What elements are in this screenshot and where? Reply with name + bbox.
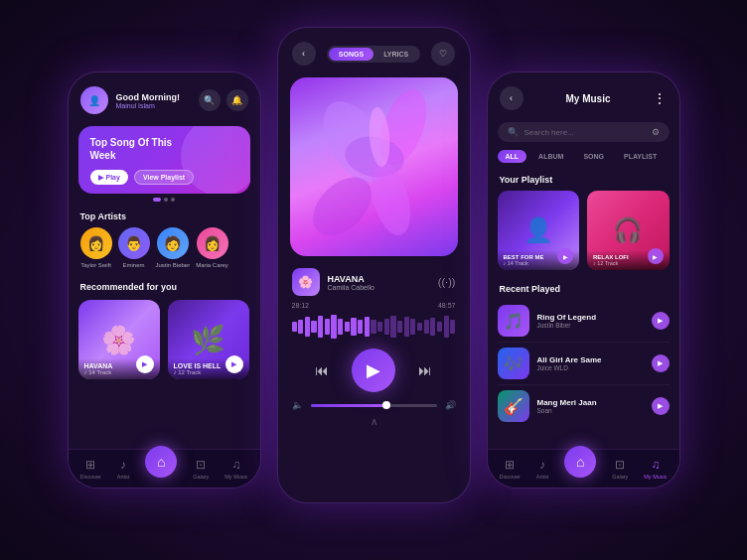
wave-bar bbox=[430, 318, 435, 336]
song-thumbnail: 🌸 bbox=[292, 268, 320, 296]
right-gallery-icon: ⊡ bbox=[615, 458, 625, 472]
forward-button[interactable]: ⏭ bbox=[411, 356, 439, 384]
dot-1 bbox=[153, 198, 161, 202]
recommended-title: Recommended for you bbox=[69, 276, 260, 296]
tab-pills: SONGS LYRICS bbox=[327, 46, 420, 63]
right-artist-label: Artist bbox=[536, 474, 549, 480]
nav-gallery[interactable]: ⊡ Galary bbox=[193, 458, 209, 480]
nav-discover[interactable]: ⊞ Discover bbox=[79, 458, 100, 480]
recent-item-3: 🎸 Mang Meri Jaan Soan ▶ bbox=[498, 385, 670, 427]
recent-song-1: Ring Of Legend bbox=[537, 313, 644, 322]
wave-bar bbox=[365, 317, 370, 337]
right-discover-label: Discover bbox=[499, 474, 520, 480]
album-art-inner bbox=[290, 77, 458, 256]
playlist-play-1[interactable]: ▶ bbox=[557, 248, 573, 264]
filter-tabs: ALL ALBUM SONG PLAYLIST bbox=[488, 146, 679, 169]
wave-bar bbox=[417, 323, 422, 331]
artist-img-1: 👩 bbox=[80, 227, 112, 259]
back-button[interactable]: ‹ bbox=[292, 42, 316, 66]
recent-item-2: 🎶 All Girl Are Same Juice WLD ▶ bbox=[498, 343, 670, 385]
recent-artist-1: Justin Biber bbox=[537, 322, 644, 329]
nav-right-discover[interactable]: ⊞ Discover bbox=[499, 458, 520, 480]
play-icon: ▶ bbox=[98, 174, 103, 182]
volume-thumb bbox=[382, 401, 390, 409]
artist-item[interactable]: 👩 Taylor Swift bbox=[80, 227, 112, 268]
right-back-button[interactable]: ‹ bbox=[500, 86, 523, 110]
rec-card-2[interactable]: 🌿 LOVE IS HELL ♪ 12 Track ▶ bbox=[168, 300, 249, 379]
artist-item[interactable]: 🧑 Justin Bieber bbox=[156, 227, 191, 268]
nav-right-artist[interactable]: ♪ Artist bbox=[536, 458, 549, 480]
rewind-button[interactable]: ⏮ bbox=[308, 356, 336, 384]
wave-bar bbox=[377, 322, 382, 332]
bell-button[interactable]: 🔔 bbox=[226, 89, 248, 111]
rec-play-btn-1[interactable]: ▶ bbox=[136, 355, 154, 373]
artist-item[interactable]: 👩 Maria Carey bbox=[196, 227, 228, 268]
nav-right-home-button[interactable]: ⌂ bbox=[564, 446, 596, 478]
playlist-art-1: 👤 bbox=[523, 216, 553, 244]
recent-list: 🎵 Ring Of Legend Justin Biber ▶ 🎶 All Gi… bbox=[488, 298, 679, 429]
right-mymusic-icon: ♫ bbox=[651, 458, 660, 472]
phone-center: ‹ SONGS LYRICS ♡ bbox=[277, 27, 471, 503]
recent-played-title: Recent Played bbox=[488, 278, 679, 298]
heart-button[interactable]: ♡ bbox=[431, 42, 455, 66]
play-label: Play bbox=[106, 174, 120, 181]
recent-art-2: 🎶 bbox=[498, 348, 529, 379]
playlist-play-2[interactable]: ▶ bbox=[648, 248, 664, 264]
recent-play-btn-1[interactable]: ▶ bbox=[652, 312, 670, 330]
bottom-nav-left: ⊞ Discover ♪ Artist ⌂ ⊡ Galary ♫ My Musi… bbox=[69, 449, 260, 488]
volume-low-icon: 🔈 bbox=[292, 400, 303, 410]
song-info-row: 🌸 HAVANA Camila Cabello ((·)) bbox=[278, 260, 470, 300]
nav-right-mymusic[interactable]: ♫ My Music bbox=[644, 458, 667, 480]
album-art bbox=[290, 77, 458, 256]
nav-right-gallery[interactable]: ⊡ Galary bbox=[612, 458, 628, 480]
rec-card-1[interactable]: 🌸 HAVANA ♪ 14 Track ▶ bbox=[78, 300, 160, 379]
center-play-button[interactable]: ▶ bbox=[352, 349, 395, 392]
recent-play-btn-3[interactable]: ▶ bbox=[652, 397, 670, 415]
filter-playlist[interactable]: PLAYLIST bbox=[616, 150, 665, 163]
filter-song[interactable]: SONG bbox=[575, 150, 612, 163]
rec-play-btn-2[interactable]: ▶ bbox=[225, 355, 243, 373]
search-bar[interactable]: 🔍 Search here... ⚙ bbox=[498, 122, 670, 142]
play-button[interactable]: ▶ Play bbox=[90, 170, 128, 185]
wave-bar bbox=[311, 321, 316, 333]
right-artist-icon: ♪ bbox=[539, 458, 545, 472]
nav-artist[interactable]: ♪ Artist bbox=[117, 458, 130, 480]
view-playlist-button[interactable]: View Playlist bbox=[134, 170, 194, 185]
recent-art-3: 🎸 bbox=[498, 390, 529, 422]
recent-play-btn-2[interactable]: ▶ bbox=[652, 354, 670, 372]
avatar: 👤 bbox=[80, 86, 108, 114]
playlist-card-2[interactable]: 🎧 RELAX LOFI ♪ 12 Track ▶ bbox=[587, 191, 670, 270]
tab-songs[interactable]: SONGS bbox=[329, 48, 374, 61]
nav-home-button[interactable]: ⌂ bbox=[145, 446, 177, 478]
volume-bar[interactable] bbox=[311, 404, 437, 407]
wave-bar bbox=[292, 322, 297, 332]
nav-mymusic[interactable]: ♫ My Music bbox=[224, 458, 247, 480]
tab-lyrics[interactable]: LYRICS bbox=[374, 48, 418, 61]
recent-info-3: Mang Meri Jaan Soan bbox=[537, 398, 644, 414]
time-total: 48:57 bbox=[438, 302, 456, 309]
avatar-greet: 👤 Good Morning! Mainul Islam bbox=[80, 86, 180, 114]
filter-icon: ⚙ bbox=[652, 127, 660, 137]
playlist-card-1[interactable]: 👤 BEST FOR ME ♪ 14 Track ▶ bbox=[498, 191, 580, 270]
chevron-up-icon: ∧ bbox=[278, 412, 470, 431]
right-gallery-label: Galary bbox=[612, 474, 628, 480]
search-button[interactable]: 🔍 bbox=[199, 89, 221, 111]
time-row: 28:12 48:57 bbox=[278, 300, 470, 311]
artist-item[interactable]: 👨 Eminem bbox=[118, 227, 150, 268]
more-button[interactable]: ⋮ bbox=[653, 90, 667, 106]
volume-row: 🔈 🔊 bbox=[278, 398, 470, 412]
artist-name-3: Justin Bieber bbox=[156, 262, 191, 268]
wave-bar bbox=[410, 319, 415, 335]
nav-gallery-label: Galary bbox=[193, 474, 209, 480]
mymusic-icon: ♫ bbox=[231, 458, 240, 472]
wave-bar bbox=[450, 320, 455, 334]
artist-img-4: 👩 bbox=[197, 227, 228, 259]
wave-bar bbox=[298, 320, 303, 334]
bottom-nav-right: ⊞ Discover ♪ Artist ⌂ ⊡ Galary ♫ My Musi… bbox=[488, 449, 679, 488]
rec-art-2: 🌿 bbox=[191, 324, 225, 356]
wireless-icon: ((·)) bbox=[438, 276, 456, 288]
filter-all[interactable]: ALL bbox=[498, 150, 527, 163]
artist-avatar-2: 👨 bbox=[118, 227, 150, 259]
filter-album[interactable]: ALBUM bbox=[530, 150, 571, 163]
search-placeholder: Search here... bbox=[524, 128, 646, 137]
